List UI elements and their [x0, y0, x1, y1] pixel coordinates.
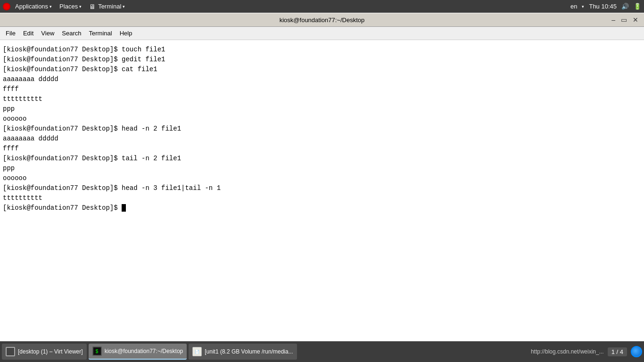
title-bar: kiosk@foundation77:~/Desktop – ▭ ✕	[0, 13, 644, 27]
browser-icon[interactable]	[631, 346, 642, 357]
term-line-8: oooooo	[3, 114, 641, 124]
term-line-9: [kiosk@foundation77 Desktop]$ head -n 2 …	[3, 124, 641, 134]
terminal-content[interactable]: [kiosk@foundation77 Desktop]$ touch file…	[0, 40, 644, 341]
term-line-5: ffff	[3, 84, 641, 94]
term-line-14: oooooo	[3, 173, 641, 183]
term-line-6: tttttttttt	[3, 94, 641, 104]
menu-terminal[interactable]: Terminal	[85, 28, 116, 38]
terminal-menu[interactable]: 🖥 Terminal ▾	[86, 2, 128, 11]
maximize-button[interactable]: ▭	[619, 16, 629, 24]
terminal-window: kiosk@foundation77:~/Desktop – ▭ ✕ File …	[0, 13, 644, 341]
system-bar: Applications ▾ Places ▾ 🖥 Terminal ▾ en …	[0, 0, 644, 13]
places-menu[interactable]: Places ▾	[57, 2, 84, 11]
taskbar: [desktop (1) – Virt Viewer] $ kiosk@foun…	[0, 341, 644, 362]
menu-view[interactable]: View	[37, 28, 58, 38]
menu-edit[interactable]: Edit	[19, 28, 37, 38]
terminal-taskbar-label: kiosk@foundation77:~/Desktop	[105, 348, 183, 354]
clock: Thu 10:45	[589, 3, 617, 10]
applications-menu[interactable]: Applications ▾	[12, 2, 55, 11]
term-line-12: [kiosk@foundation77 Desktop]$ tail -n 2 …	[3, 154, 641, 164]
taskbar-item-terminal[interactable]: $ kiosk@foundation77:~/Desktop	[89, 344, 187, 360]
term-line-prompt: [kiosk@foundation77 Desktop]$	[3, 203, 641, 213]
terminal-taskbar-icon: $	[92, 346, 102, 356]
applications-label: Applications	[15, 3, 48, 10]
locale-indicator: en	[570, 3, 577, 10]
term-line-7: ppp	[3, 104, 641, 114]
window-title: kiosk@foundation77:~/Desktop	[280, 16, 365, 24]
browser-url: http://blog.csdn.net/weixin_...	[531, 348, 604, 355]
places-label: Places	[59, 3, 78, 10]
places-chevron: ▾	[79, 4, 82, 9]
unit-icon: 📄	[192, 347, 202, 356]
page-indicator: 1 / 4	[608, 347, 627, 356]
title-bar-controls: – ▭ ✕	[610, 16, 640, 24]
taskbar-item-virt-viewer[interactable]: [desktop (1) – Virt Viewer]	[2, 344, 87, 360]
locale-chevron: ▾	[582, 4, 584, 9]
app-logo	[3, 3, 10, 10]
virt-viewer-label: [desktop (1) – Virt Viewer]	[18, 348, 83, 355]
term-line-13: ppp	[3, 164, 641, 173]
terminal-label: Terminal	[98, 3, 121, 10]
close-button[interactable]: ✕	[631, 16, 640, 24]
menu-bar: File Edit View Search Terminal Help	[0, 27, 644, 40]
applications-chevron: ▾	[50, 4, 52, 9]
term-line-16: tttttttttt	[3, 193, 641, 203]
terminal-icon: 🖥	[89, 3, 96, 10]
unit-label: [unit1 (8.2 GB Volume /run/media...	[205, 348, 293, 355]
virt-viewer-icon	[6, 347, 15, 356]
system-bar-right: en ▾ Thu 10:45 🔊 🔋	[570, 3, 641, 10]
menu-search[interactable]: Search	[58, 28, 85, 38]
term-line-10: aaaaaaaa ddddd	[3, 134, 641, 144]
menu-file[interactable]: File	[2, 28, 19, 38]
minimize-button[interactable]: –	[610, 16, 617, 24]
menu-help[interactable]: Help	[116, 28, 136, 38]
term-line-15: [kiosk@foundation77 Desktop]$ head -n 3 …	[3, 183, 641, 193]
terminal-chevron: ▾	[123, 4, 125, 9]
taskbar-item-unit[interactable]: 📄 [unit1 (8.2 GB Volume /run/media...	[189, 344, 297, 360]
term-line-1: [kiosk@foundation77 Desktop]$ touch file…	[3, 45, 641, 55]
terminal-cursor	[122, 204, 126, 212]
term-line-4: aaaaaaaa ddddd	[3, 74, 641, 84]
taskbar-right: http://blog.csdn.net/weixin_... 1 / 4	[531, 346, 642, 357]
battery-icon: 🔋	[634, 3, 641, 10]
volume-icon: 🔊	[621, 3, 629, 10]
term-line-11: ffff	[3, 144, 641, 154]
term-line-3: [kiosk@foundation77 Desktop]$ cat file1	[3, 65, 641, 74]
term-line-2: [kiosk@foundation77 Desktop]$ gedit file…	[3, 55, 641, 65]
